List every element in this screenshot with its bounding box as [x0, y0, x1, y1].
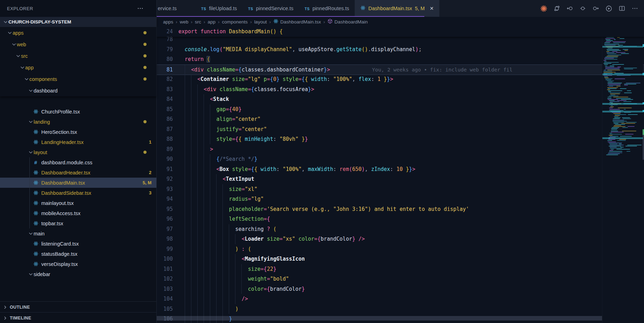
- line-number: 80: [157, 54, 173, 64]
- symbol-module-icon: [327, 19, 333, 25]
- code-line-83[interactable]: 83 <div className={classes.focusArea}>: [157, 84, 644, 95]
- line-number: 86: [157, 114, 173, 124]
- tree-folder-src[interactable]: src: [0, 50, 156, 62]
- tab-label: fileUpload.ts: [209, 6, 237, 11]
- tree-item-sidebar[interactable]: sidebar: [0, 269, 156, 279]
- code-line-104[interactable]: 104 />: [157, 294, 644, 304]
- code-line-90[interactable]: 90 {/*Search */}: [157, 154, 644, 164]
- code-line-94[interactable]: 94 radius="lg": [157, 194, 644, 204]
- code-line-96[interactable]: 96 leftSection={: [157, 214, 644, 224]
- tree-item-main[interactable]: main: [0, 228, 156, 239]
- tree-item-layout[interactable]: layout: [0, 147, 156, 157]
- code-line-102[interactable]: 102 weight="bold": [157, 274, 644, 284]
- change-icon[interactable]: [579, 5, 586, 12]
- tree-item-DashboardMain.tsx[interactable]: DashboardMain.tsx5, M: [0, 178, 156, 188]
- tree-item-landing[interactable]: landing: [0, 117, 156, 127]
- breadcrumb-item-apps[interactable]: apps: [163, 19, 173, 25]
- code-line-97[interactable]: 97 searching ? (: [157, 224, 644, 234]
- breadcrumb-item-layout[interactable]: layout: [254, 19, 267, 25]
- tree-item-listeningCard.tsx[interactable]: listeningCard.tsx: [0, 239, 156, 249]
- tree-item-HeroSection.tsx[interactable]: HeroSection.tsx: [0, 127, 156, 137]
- code-line-87[interactable]: 87 justify="center": [157, 124, 644, 135]
- tree-item-mainlayout.tsx[interactable]: mainlayout.tsx: [0, 198, 156, 208]
- code-editor[interactable]: 7879 console.log("MEDIA displayChannel",…: [157, 27, 644, 323]
- code-line-100[interactable]: 100 <MagnifyingGlassIcon: [157, 254, 644, 264]
- tab-pinnedService.ts[interactable]: TSpinnedService.ts: [242, 0, 299, 17]
- breadcrumb-file[interactable]: DashboardMain.tsx: [273, 19, 321, 25]
- code-line-84[interactable]: 84 <Stack: [157, 94, 644, 104]
- sticky-scroll-line[interactable]: 24export function DashboardMain() {: [157, 27, 644, 37]
- git-compare-icon[interactable]: [553, 5, 560, 12]
- tree-item-ChurchProfile.tsx[interactable]: ChurchProfile.tsx: [0, 106, 156, 117]
- tree-item-dashboard.module.css[interactable]: #dashboard.module.css: [0, 157, 156, 167]
- tree-folder-dashboard[interactable]: dashboard: [0, 85, 156, 96]
- sticky-line-number: 24: [157, 27, 173, 37]
- tree-item-topbar.tsx[interactable]: topbar.tsx: [0, 218, 156, 228]
- code-line-103[interactable]: 103 color={brandColor}: [157, 284, 644, 294]
- code-line-89[interactable]: 89 >: [157, 144, 644, 154]
- split-editor-icon[interactable]: [618, 5, 625, 12]
- tree-item-DashboardSidebar.tsx[interactable]: DashboardSidebar.tsx3: [0, 188, 156, 198]
- tree-item-LandingHeader.tsx[interactable]: LandingHeader.tsx1: [0, 137, 156, 147]
- close-tab-icon[interactable]: ✕: [430, 6, 434, 11]
- tab-bar: ervice.tsTSfileUpload.tsTSpinnedService.…: [157, 0, 644, 17]
- tree-folder-web[interactable]: web: [0, 39, 156, 50]
- tab-git-badge: 5, M: [415, 6, 425, 11]
- code-line-79[interactable]: 79 console.log("MEDIA displayChannel", u…: [157, 44, 644, 55]
- code-line-91[interactable]: 91 <Box style={{ width: "100%", maxWidth…: [157, 164, 644, 174]
- line-number: 104: [157, 294, 173, 304]
- more-actions-icon[interactable]: [631, 5, 638, 12]
- tree-folder-apps[interactable]: apps: [0, 27, 156, 39]
- tree-item-mobileAccess.tsx[interactable]: mobileAccess.tsx: [0, 208, 156, 218]
- next-change-icon[interactable]: [592, 5, 599, 12]
- tab-DashboardMain.tsx[interactable]: DashboardMain.tsx5, M✕: [355, 0, 439, 17]
- git-badge: 2: [149, 170, 151, 175]
- file-label: mobileAccess.tsx: [41, 211, 80, 216]
- tab-fileUpload.ts[interactable]: TSfileUpload.ts: [196, 0, 242, 17]
- sidebar-section-timeline[interactable]: TIMELINE: [0, 312, 156, 323]
- line-number: 105: [157, 304, 173, 314]
- code-line-93[interactable]: 93 size="xl": [157, 184, 644, 194]
- code-line-92[interactable]: 92 <TextInput: [157, 174, 644, 184]
- breadcrumb-symbol[interactable]: DashboardMain: [327, 19, 368, 25]
- folder-label: main: [34, 231, 44, 236]
- chevron-down-icon: [28, 119, 34, 125]
- tab-pinnedRoutes.ts[interactable]: TSpinnedRoutes.ts: [299, 0, 355, 17]
- overview-ruler[interactable]: [643, 27, 644, 323]
- code-line-88[interactable]: 88 style={{ minHeight: "80vh" }}: [157, 134, 644, 144]
- code-line-85[interactable]: 85 gap={40}: [157, 104, 644, 115]
- code-line-80[interactable]: 80 return (: [157, 54, 644, 64]
- ts-icon: TS: [248, 6, 253, 11]
- explorer-more-actions-icon[interactable]: [137, 5, 144, 13]
- breadcrumb-item-web[interactable]: web: [180, 19, 189, 25]
- line-number: 88: [157, 134, 173, 144]
- code-line-81[interactable]: 81 <div className={classes.dashboardCont…: [157, 64, 644, 75]
- line-number: 81: [157, 65, 173, 75]
- extension-starburst-icon[interactable]: [540, 5, 547, 12]
- tree-project-root[interactable]: CHURCH-DISPLAY-SYSTEM: [0, 17, 156, 27]
- line-number: 87: [157, 124, 173, 135]
- tree-item-verseDisplay.tsx[interactable]: verseDisplay.tsx: [0, 259, 156, 269]
- code-line-99[interactable]: 99 ) : (: [157, 244, 644, 254]
- breadcrumb-item-components[interactable]: components: [222, 19, 248, 25]
- tree-item-statusBadge.tsx[interactable]: statusBadge.tsx: [0, 249, 156, 259]
- code-line-86[interactable]: 86 align="center": [157, 114, 644, 124]
- tree-folder-components[interactable]: components: [0, 73, 156, 85]
- code-line-82[interactable]: 82 <Container size="lg" p={0} style={{ w…: [157, 74, 644, 84]
- code-line-95[interactable]: 95 placeholder='Search verse (e.g., "Joh…: [157, 204, 644, 214]
- horizontal-scrollbar[interactable]: [157, 316, 602, 321]
- run-circle-icon[interactable]: [605, 5, 613, 12]
- code-line-98[interactable]: 98 <Loader size="xs" color={brandColor} …: [157, 234, 644, 244]
- tab-ervice.ts[interactable]: ervice.ts: [157, 0, 196, 17]
- breadcrumb-item-src[interactable]: src: [195, 19, 201, 25]
- minimap[interactable]: [602, 27, 643, 323]
- tree-folder-app[interactable]: app: [0, 62, 156, 73]
- tree-item-DashboardHeader.tsx[interactable]: DashboardHeader.tsx2: [0, 167, 156, 178]
- code-line-105[interactable]: 105 ): [157, 304, 644, 314]
- previous-change-icon[interactable]: [566, 5, 573, 12]
- breadcrumb-item-app[interactable]: app: [208, 19, 216, 25]
- code-line-101[interactable]: 101 size={22}: [157, 264, 644, 274]
- line-number: 92: [157, 174, 173, 184]
- sidebar-section-outline[interactable]: OUTLINE: [0, 301, 156, 312]
- file-label: DashboardSidebar.tsx: [41, 190, 91, 196]
